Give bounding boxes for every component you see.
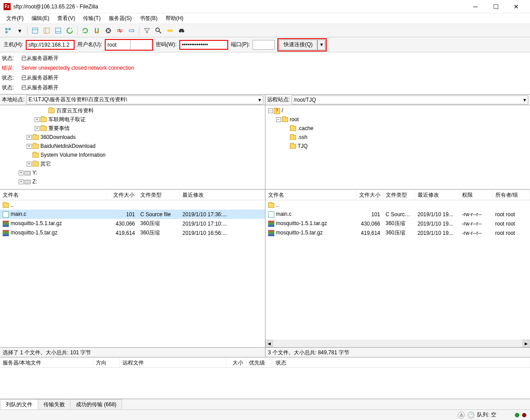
- tab-queued[interactable]: 列队的文件: [0, 399, 38, 409]
- tree-expander[interactable]: +: [35, 126, 40, 131]
- remote-tree[interactable]: −?/−root.cache.sshTJQ: [265, 105, 530, 190]
- binoculars-icon[interactable]: [176, 25, 187, 36]
- tree-expander[interactable]: +: [19, 170, 24, 175]
- col-perms[interactable]: 权限: [459, 190, 493, 200]
- window-controls: ─ ☐ ✕: [465, 0, 526, 13]
- tree-expander[interactable]: −: [276, 117, 281, 122]
- tree-expander[interactable]: +: [27, 162, 32, 166]
- remote-path-combo[interactable]: /root/TJQ▾: [292, 95, 528, 104]
- tree-expander[interactable]: −: [268, 108, 273, 113]
- tree-node[interactable]: .ssh: [266, 133, 530, 142]
- warning-icon[interactable]: ⚠: [458, 412, 465, 419]
- quickconnect-dropdown[interactable]: ▼: [317, 40, 325, 50]
- tree-node[interactable]: 百度云互传资料: [1, 106, 264, 115]
- disconnect-icon[interactable]: [115, 25, 125, 36]
- remote-file-list[interactable]: 文件名 文件大小 文件类型 最近修改 权限 所有者/组 ..main.c101C…: [265, 190, 530, 340]
- local-path-combo[interactable]: E:\1TJQ\服务器互传资料\百度云互传资料\▾: [26, 95, 263, 104]
- tree-node[interactable]: TJQ: [266, 142, 530, 151]
- file-row[interactable]: mosquitto-1.5.tar.gz419,614360压缩2019/1/1…: [0, 228, 265, 238]
- col-size[interactable]: 文件大小: [356, 190, 383, 200]
- clock-icon[interactable]: 🕐: [467, 412, 475, 419]
- file-row[interactable]: main.c101C Source ...2019/1/10 19...-rw-…: [265, 210, 530, 219]
- queue-col-priority[interactable]: 优先级: [246, 357, 273, 367]
- tree-node[interactable]: +车联网电子取证: [1, 115, 264, 124]
- col-size[interactable]: 文件大小: [107, 190, 138, 200]
- col-name[interactable]: 文件名: [265, 190, 356, 200]
- col-owner[interactable]: 所有者/组: [493, 190, 530, 200]
- scroll-track[interactable]: [273, 340, 523, 347]
- tree-node[interactable]: +Z:: [1, 177, 264, 186]
- search-icon[interactable]: [153, 25, 164, 36]
- compare-icon[interactable]: [165, 25, 175, 36]
- minimize-button[interactable]: ─: [465, 0, 486, 13]
- folder-icon: [290, 135, 296, 140]
- menu-help[interactable]: 帮助(H): [162, 14, 187, 23]
- dropdown-icon[interactable]: ▾: [14, 25, 25, 36]
- tree-node[interactable]: +其它: [1, 159, 264, 168]
- col-type[interactable]: 文件类型: [138, 190, 180, 200]
- file-row[interactable]: mosquitto-1.5.tar.gz419,614360压缩2019/1/1…: [265, 228, 530, 238]
- sync-icon[interactable]: [64, 25, 75, 36]
- file-type: 360压缩: [138, 228, 180, 238]
- col-modified[interactable]: 最近修改: [415, 190, 459, 200]
- maximize-button[interactable]: ☐: [486, 0, 506, 13]
- tree-node[interactable]: +BaiduNetdiskDownload: [1, 142, 264, 151]
- toggle-tree-icon[interactable]: [41, 25, 52, 36]
- tree-expander[interactable]: +: [27, 135, 32, 140]
- refresh-icon[interactable]: [80, 25, 91, 36]
- menu-view[interactable]: 查看(V): [54, 14, 79, 23]
- tree-node[interactable]: +360Downloads: [1, 133, 264, 142]
- file-type: [138, 204, 180, 206]
- remote-site-label: 远程站点:: [267, 96, 290, 103]
- tree-node[interactable]: +Y:: [1, 168, 264, 177]
- reconnect-icon[interactable]: [126, 25, 137, 36]
- tree-node[interactable]: +重要事情: [1, 124, 264, 133]
- close-button[interactable]: ✕: [506, 0, 526, 13]
- scroll-right-icon[interactable]: ▶: [522, 340, 530, 347]
- tree-node[interactable]: System Volume Information: [1, 151, 264, 159]
- queue-col-serverfile[interactable]: 服务器/本地文件: [0, 357, 93, 367]
- queue-col-direction[interactable]: 方向: [93, 357, 120, 367]
- host-input[interactable]: [26, 40, 75, 50]
- tree-node[interactable]: −root: [266, 115, 530, 124]
- tree-expander[interactable]: +: [35, 117, 40, 122]
- col-type[interactable]: 文件类型: [383, 190, 415, 200]
- col-name[interactable]: 文件名: [0, 190, 107, 200]
- queue-col-remotefile[interactable]: 远程文件: [120, 357, 226, 367]
- tree-node[interactable]: .cache: [266, 124, 530, 133]
- col-modified[interactable]: 最近修改: [180, 190, 265, 200]
- filter-icon[interactable]: [142, 25, 152, 36]
- log-panel[interactable]: 状态:已从服务器断开错误:Server unexpectedly closed …: [0, 52, 530, 95]
- file-row[interactable]: ..: [265, 200, 530, 210]
- local-tree[interactable]: 百度云互传资料+车联网电子取证+重要事情+360Downloads+BaiduN…: [0, 105, 265, 190]
- port-input[interactable]: [253, 40, 275, 50]
- queue-body[interactable]: [0, 368, 530, 399]
- site-manager-icon[interactable]: [3, 25, 13, 36]
- tree-expander[interactable]: +: [19, 179, 24, 184]
- menu-transfer[interactable]: 传输(T): [79, 14, 104, 23]
- password-input[interactable]: [179, 40, 228, 50]
- queue-col-size[interactable]: 大小: [226, 357, 246, 367]
- process-queue-icon[interactable]: [91, 25, 102, 36]
- user-input[interactable]: [106, 40, 130, 50]
- toggle-queue-icon[interactable]: [53, 25, 63, 36]
- tree-expander[interactable]: +: [27, 144, 32, 149]
- toggle-log-icon[interactable]: [30, 25, 40, 36]
- scroll-left-icon[interactable]: ◀: [265, 340, 273, 347]
- menu-bookmarks[interactable]: 书签(B): [136, 14, 161, 23]
- tab-failed[interactable]: 传输失败: [38, 399, 71, 409]
- menu-server[interactable]: 服务器(S): [105, 14, 135, 23]
- local-file-list[interactable]: 文件名 文件大小 文件类型 最近修改 ..main.c101C Source f…: [0, 190, 265, 347]
- remote-scrollbar[interactable]: ◀ ▶: [265, 340, 530, 347]
- menu-edit[interactable]: 编辑(E): [28, 14, 53, 23]
- cancel-icon[interactable]: [103, 25, 114, 36]
- quickconnect-button[interactable]: 快速连接(Q): [279, 40, 317, 50]
- menu-file[interactable]: 文件(F): [3, 14, 27, 23]
- queue-col-status[interactable]: 状态: [273, 357, 530, 367]
- file-row[interactable]: main.c101C Source file2019/1/10 17:36:..…: [0, 210, 265, 219]
- tab-success[interactable]: 成功的传输 (668): [70, 399, 122, 409]
- file-row[interactable]: mosquitto-1.5.1.tar.gz430,066360压缩2019/1…: [0, 219, 265, 228]
- tree-node[interactable]: −?/: [266, 106, 530, 115]
- file-row[interactable]: ..: [0, 200, 265, 210]
- file-row[interactable]: mosquitto-1.5.1.tar.gz430,066360压缩2019/1…: [265, 219, 530, 228]
